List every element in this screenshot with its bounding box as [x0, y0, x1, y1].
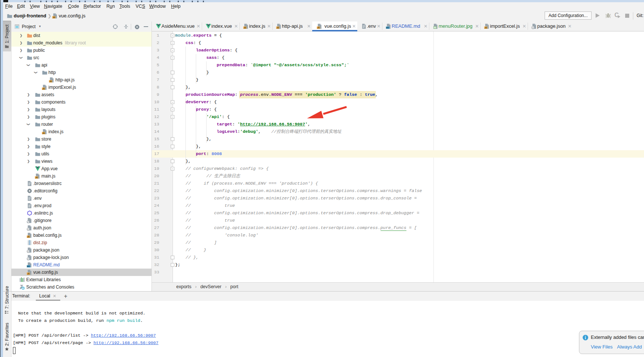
svg-text:{}: {} — [27, 258, 30, 260]
svg-text:JS: JS — [276, 27, 279, 29]
svg-text:JS: JS — [35, 176, 38, 179]
svg-text:JS: JS — [27, 236, 30, 238]
svg-text:JS: JS — [52, 16, 55, 18]
svg-text:JS: JS — [317, 27, 320, 29]
svg-text:JS: JS — [42, 88, 45, 90]
svg-text:MD: MD — [27, 265, 30, 267]
svg-text:{}: {} — [27, 250, 30, 253]
svg-text:MD: MD — [386, 27, 389, 29]
svg-text:JS: JS — [27, 273, 30, 275]
svg-text:JS: JS — [484, 27, 487, 29]
svg-text:JS: JS — [243, 27, 246, 29]
svg-text:JS: JS — [49, 80, 52, 82]
svg-text:JS: JS — [42, 132, 45, 134]
svg-text:{}: {} — [532, 27, 534, 29]
svg-text:{}: {} — [27, 228, 30, 231]
